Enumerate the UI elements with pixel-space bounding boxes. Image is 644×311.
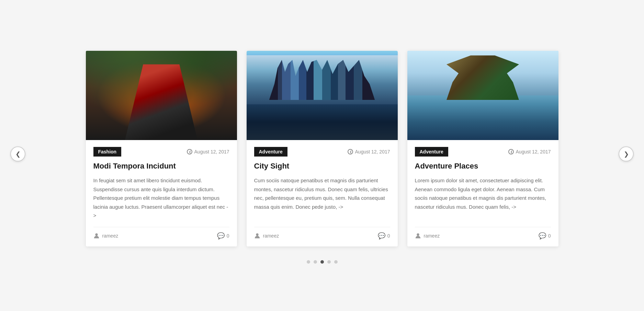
- card-3-comments: 💬 0: [539, 232, 551, 240]
- card-2-author-name: rameez: [263, 233, 279, 239]
- card-3-image: [407, 51, 558, 140]
- card-1-author-name: rameez: [102, 233, 118, 239]
- card-2-comments: 💬 0: [378, 232, 390, 240]
- card-2-footer: rameez 💬 0: [254, 227, 390, 240]
- card-3-meta: Adventure August 12, 2017: [415, 147, 551, 157]
- card-3-category[interactable]: Adventure: [415, 147, 448, 157]
- card-1-date: August 12, 2017: [187, 149, 229, 154]
- card-2-date: August 12, 2017: [348, 149, 390, 154]
- carousel-wrapper: ❮ Fashion August 12, 2017 Modi Tempora I…: [7, 41, 637, 270]
- carousel-next-button[interactable]: ❯: [619, 147, 634, 162]
- svg-point-1: [256, 233, 258, 235]
- card-2-content: Adventure August 12, 2017 City Sight Cum…: [247, 140, 398, 246]
- card-1: Fashion August 12, 2017 Modi Tempora Inc…: [86, 51, 237, 246]
- card-2: Adventure August 12, 2017 City Sight Cum…: [247, 51, 398, 246]
- comment-icon-1: 💬: [217, 232, 225, 240]
- comment-icon-2: 💬: [378, 232, 385, 240]
- card-3-excerpt: Lorem ipsum dolor sit amet, consectetuer…: [415, 176, 551, 220]
- prev-icon: ❮: [15, 150, 21, 158]
- card-1-author: rameez: [93, 233, 118, 239]
- card-3-content: Adventure August 12, 2017 Adventure Plac…: [407, 140, 558, 246]
- card-3-author-name: rameez: [424, 233, 440, 239]
- clock-icon-2: [348, 149, 353, 154]
- card-2-excerpt: Cum sociis natoque penatibus et magnis d…: [254, 176, 390, 220]
- svg-point-0: [95, 233, 98, 235]
- person-icon-3: [415, 233, 421, 239]
- card-1-comments: 💬 0: [217, 232, 229, 240]
- card-1-title[interactable]: Modi Tempora Incidunt: [93, 161, 229, 171]
- dot-2[interactable]: [314, 260, 317, 264]
- card-1-comments-count: 0: [227, 233, 229, 239]
- card-3-date: August 12, 2017: [508, 149, 551, 154]
- card-2-title[interactable]: City Sight: [254, 161, 390, 171]
- card-2-category[interactable]: Adventure: [254, 147, 287, 157]
- card-1-footer: rameez 💬 0: [93, 227, 229, 240]
- card-3-comments-count: 0: [548, 233, 551, 239]
- carousel-container: Fashion August 12, 2017 Modi Tempora Inc…: [7, 41, 637, 256]
- clock-icon-3: [508, 149, 514, 154]
- dot-3[interactable]: [320, 260, 324, 264]
- carousel-dots: [307, 260, 338, 264]
- card-1-image: [86, 51, 237, 140]
- dot-1[interactable]: [307, 260, 310, 264]
- card-1-content: Fashion August 12, 2017 Modi Tempora Inc…: [86, 140, 237, 246]
- card-3-footer: rameez 💬 0: [415, 227, 551, 240]
- card-3-date-text: August 12, 2017: [516, 149, 551, 154]
- dot-4[interactable]: [327, 260, 331, 264]
- card-2-author: rameez: [254, 233, 279, 239]
- card-1-meta: Fashion August 12, 2017: [93, 147, 229, 157]
- card-1-excerpt: In feugiat sem sit amet libero tincidunt…: [93, 176, 229, 220]
- person-icon-2: [254, 233, 260, 239]
- carousel-prev-button[interactable]: ❮: [10, 147, 25, 162]
- comment-icon-3: 💬: [539, 232, 546, 240]
- card-3-title[interactable]: Adventure Places: [415, 161, 551, 171]
- card-2-meta: Adventure August 12, 2017: [254, 147, 390, 157]
- card-3: Adventure August 12, 2017 Adventure Plac…: [407, 51, 558, 246]
- next-icon: ❯: [624, 150, 629, 158]
- card-3-author: rameez: [415, 233, 440, 239]
- dot-5[interactable]: [334, 260, 338, 264]
- card-2-date-text: August 12, 2017: [355, 149, 390, 154]
- person-icon-1: [93, 233, 100, 239]
- card-1-date-text: August 12, 2017: [194, 149, 229, 154]
- card-2-comments-count: 0: [387, 233, 390, 239]
- card-1-category[interactable]: Fashion: [93, 147, 122, 157]
- clock-icon-1: [187, 149, 192, 154]
- svg-point-2: [417, 233, 419, 235]
- card-2-image: [247, 51, 398, 140]
